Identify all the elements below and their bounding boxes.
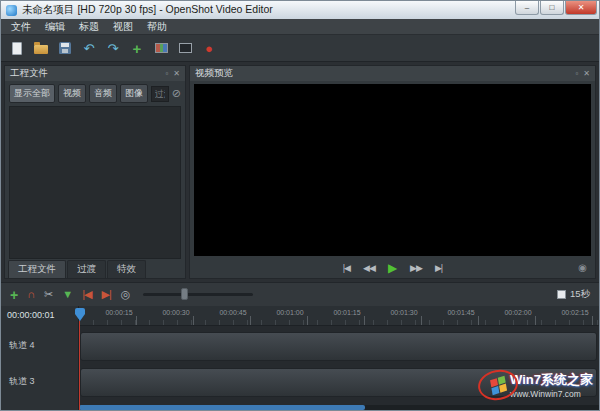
fast-forward-icon[interactable]: ▶▶	[410, 264, 422, 273]
fullscreen-icon[interactable]	[177, 40, 193, 56]
ruler-label: 00:02:00	[504, 309, 531, 316]
ruler-label: 00:01:45	[447, 309, 474, 316]
capture-icon[interactable]: ◉	[578, 263, 587, 273]
project-files-header: 工程文件 ▫ ✕	[5, 66, 185, 81]
zoom-slider[interactable]	[143, 293, 253, 296]
track-4-lane[interactable]	[80, 332, 597, 361]
center-playhead-icon[interactable]: ◎	[121, 289, 130, 300]
watermark-site-url: www.Winwin7.com	[510, 389, 593, 399]
current-timecode: 00:00:00:01	[1, 306, 78, 320]
playhead-marker-icon[interactable]	[75, 314, 85, 321]
playhead-line	[79, 321, 80, 410]
zoom-checkbox[interactable]	[557, 290, 566, 299]
ruler-label: 00:01:00	[276, 309, 303, 316]
tab-transitions[interactable]: 过渡	[67, 260, 106, 278]
project-files-title: 工程文件	[10, 67, 48, 80]
menu-title[interactable]: 标题	[73, 20, 105, 34]
watermark-site-name: Win7系统之家	[510, 371, 593, 389]
app-icon	[6, 5, 17, 16]
main-toolbar: ↶ ↷ + ●	[1, 34, 599, 62]
ruler-label: 00:01:15	[333, 309, 360, 316]
main-area: 工程文件 ▫ ✕ 显示全部 视频 音频 图像 ⊘ 工程文件 过渡 特效	[1, 62, 599, 282]
snapping-icon[interactable]: ∩	[27, 289, 34, 300]
menu-help[interactable]: 帮助	[141, 20, 173, 34]
choose-profile-icon[interactable]	[153, 40, 169, 56]
transport-controls: |◀ ◀◀ ▶ ▶▶ ▶| ◉	[190, 258, 595, 278]
video-display	[194, 84, 591, 256]
track-4-label: 轨道 4	[9, 339, 35, 352]
filter-input[interactable]	[151, 86, 169, 102]
project-files-panel: 工程文件 ▫ ✕ 显示全部 视频 音频 图像 ⊘ 工程文件 过渡 特效	[4, 65, 186, 279]
close-panel-icon[interactable]: ✕	[173, 70, 180, 78]
next-marker-icon[interactable]: ▶|	[102, 289, 111, 300]
menubar: 文件 编辑 标题 视图 帮助	[1, 19, 599, 34]
export-video-icon[interactable]: ●	[201, 40, 217, 56]
track-3-label: 轨道 3	[9, 375, 35, 388]
save-project-icon[interactable]	[57, 40, 73, 56]
openshot-window: 未命名项目 [HD 720p 30 fps] - OpenShot Video …	[0, 0, 600, 411]
windows-flag-icon	[490, 375, 507, 394]
filter-tab-show-all[interactable]: 显示全部	[9, 84, 55, 103]
filter-tab-video[interactable]: 视频	[58, 84, 86, 103]
import-files-icon[interactable]: +	[129, 40, 145, 56]
timeline-toolbar: + ∩ ✂ ▼ |◀ ▶| ◎ 15秒	[1, 282, 599, 306]
new-project-icon[interactable]	[9, 40, 25, 56]
add-track-icon[interactable]: +	[10, 288, 17, 302]
window-title: 未命名项目 [HD 720p 30 fps] - OpenShot Video …	[22, 3, 273, 17]
menu-edit[interactable]: 编辑	[39, 20, 71, 34]
tab-effects[interactable]: 特效	[107, 260, 146, 278]
minimize-button[interactable]: –	[515, 1, 539, 15]
video-preview-panel: 视频预览 ▫ ✕ |◀ ◀◀ ▶ ▶▶ ▶| ◉	[189, 65, 596, 279]
video-preview-title: 视频预览	[195, 67, 233, 80]
ruler-label: 00:01:30	[390, 309, 417, 316]
rewind-icon[interactable]: ◀◀	[363, 264, 375, 273]
jump-start-icon[interactable]: |◀	[343, 264, 350, 273]
close-panel-icon[interactable]: ✕	[583, 70, 590, 78]
titlebar[interactable]: 未命名项目 [HD 720p 30 fps] - OpenShot Video …	[1, 1, 599, 19]
maximize-button[interactable]: □	[540, 1, 564, 15]
float-panel-icon[interactable]: ▫	[165, 70, 168, 78]
close-button[interactable]: ✕	[565, 1, 597, 15]
left-bottom-tabs: 工程文件 过渡 特效	[5, 259, 185, 278]
watermark: Win7系统之家 www.Winwin7.com	[478, 370, 593, 400]
menu-file[interactable]: 文件	[5, 20, 37, 34]
video-preview-header: 视频预览 ▫ ✕	[190, 66, 595, 81]
ruler-label: 00:00:15	[105, 309, 132, 316]
zoom-scale-label: 15秒	[570, 288, 590, 301]
ruler-label: 00:02:15	[561, 309, 588, 316]
undo-icon[interactable]: ↶	[81, 40, 97, 56]
previous-marker-icon[interactable]: |◀	[82, 289, 91, 300]
jump-end-icon[interactable]: ▶|	[435, 264, 442, 273]
ruler-label: 00:00:30	[162, 309, 189, 316]
timeline-ruler[interactable]: 00:00:15 00:00:30 00:00:45 00:01:00 00:0…	[79, 306, 599, 326]
redo-icon[interactable]: ↷	[105, 40, 121, 56]
clear-filter-icon[interactable]: ⊘	[172, 88, 181, 99]
filter-tab-audio[interactable]: 音频	[89, 84, 117, 103]
timeline-track-headers: 00:00:00:01 轨道 4 轨道 3	[1, 306, 79, 410]
tab-project-files[interactable]: 工程文件	[8, 260, 66, 278]
filter-tab-image[interactable]: 图像	[120, 84, 148, 103]
zoom-slider-handle[interactable]	[181, 288, 188, 300]
razor-icon[interactable]: ✂	[44, 289, 52, 300]
play-icon[interactable]: ▶	[388, 262, 397, 274]
ruler-label: 00:00:45	[219, 309, 246, 316]
open-project-icon[interactable]	[33, 40, 49, 56]
float-panel-icon[interactable]: ▫	[575, 70, 578, 78]
menu-view[interactable]: 视图	[107, 20, 139, 34]
window-controls: – □ ✕	[515, 1, 597, 15]
filter-row: 显示全部 视频 音频 图像 ⊘	[5, 81, 185, 106]
timeline-scrollbar-thumb[interactable]	[79, 405, 365, 410]
project-files-list[interactable]	[9, 106, 181, 259]
add-marker-icon[interactable]: ▼	[62, 289, 72, 300]
